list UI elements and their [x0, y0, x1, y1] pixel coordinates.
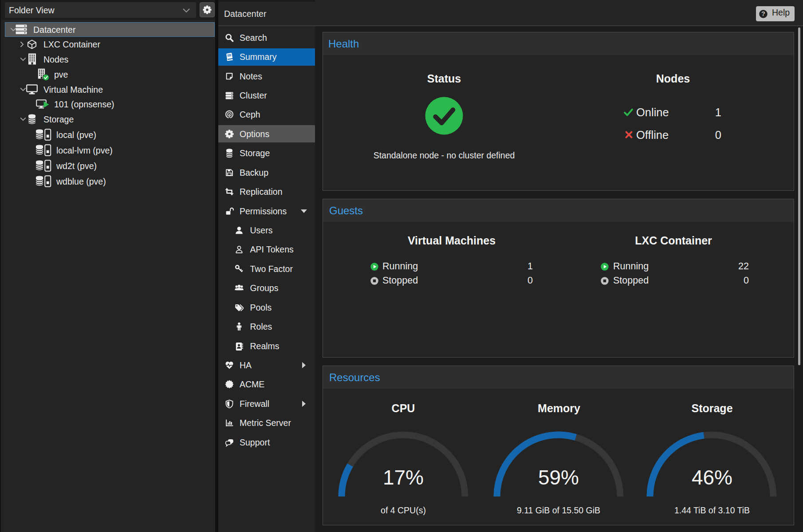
svg-text:?: ?	[761, 10, 765, 17]
